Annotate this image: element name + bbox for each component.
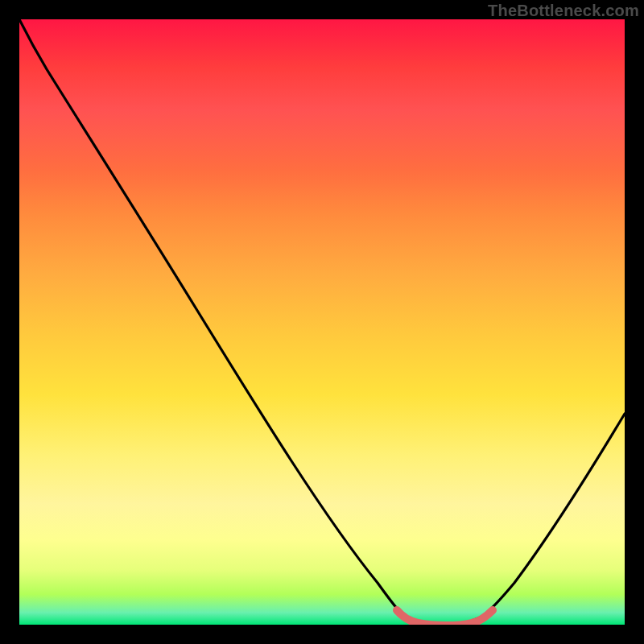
- highlight-segment: [397, 610, 493, 625]
- watermark-text: TheBottleneck.com: [488, 2, 639, 20]
- bottleneck-curve-path: [19, 19, 625, 624]
- plot-area: [19, 19, 625, 625]
- curve-layer: [19, 19, 625, 625]
- chart-container: TheBottleneck.com: [0, 0, 644, 644]
